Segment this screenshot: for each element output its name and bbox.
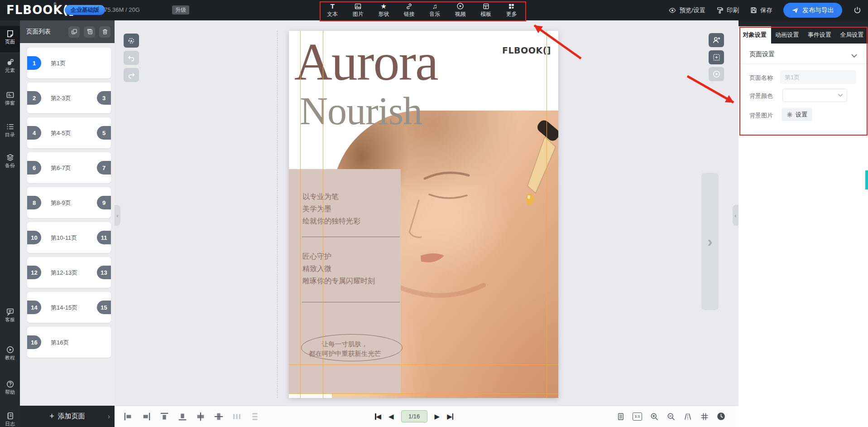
sidebar-item-pages[interactable]: 页面 [0, 29, 20, 51]
guides-toggle-button[interactable] [683, 412, 692, 421]
collapse-page-list-handle[interactable]: ‹ [115, 205, 120, 226]
chevron-right-icon: › [707, 233, 712, 250]
sidebar-item-tutorial[interactable]: 教程 [0, 345, 20, 367]
fit-actual-size-button[interactable]: 1:1 [633, 412, 642, 421]
redo-icon [127, 71, 135, 79]
distribute-vertical-icon[interactable] [250, 412, 260, 422]
toolbar-template[interactable]: 模板 [473, 0, 499, 20]
tab-global-settings[interactable]: 全局设置 [836, 26, 868, 44]
design-page[interactable]: Aurora Nourish FLBOOK(] 以专业为笔 美学为墨 绘就你的独… [289, 31, 558, 398]
collapse-right-panel-handle[interactable]: ‹ [733, 205, 739, 226]
delete-page-button[interactable] [99, 26, 110, 38]
header-divider: | [98, 5, 100, 13]
align-center-horizontal-icon[interactable] [196, 412, 206, 422]
video-play-icon [456, 2, 464, 10]
page-list-item-10-11[interactable]: 10 第10-11页 11 [27, 222, 111, 253]
add-page-button[interactable]: + 添加页面 › [20, 406, 115, 427]
page-list-item-1[interactable]: 1 第1页 [27, 48, 111, 78]
page-list-item-6-7[interactable]: 6 第6-7页 7 [27, 152, 111, 183]
toolbar-text[interactable]: T 文本 [320, 0, 345, 20]
next-page-button[interactable]: ▶ [435, 412, 440, 421]
collaborator-add-button[interactable] [709, 33, 724, 47]
page-number-badge: 2 [27, 91, 41, 105]
page-list-item-14-15[interactable]: 14 第14-15页 15 [27, 292, 111, 323]
sidebar-item-popup[interactable]: 弹窗 [0, 91, 20, 112]
page-list-scroll[interactable]: 1 第1页 2 第2-3页 3 4 第4-5页 5 6 第6-7页 7 8 第8… [20, 43, 115, 406]
tab-animation-settings[interactable]: 动画设置 [771, 26, 804, 44]
copy-page-button[interactable] [84, 26, 95, 38]
history-button[interactable] [716, 412, 726, 421]
copy-icon [86, 29, 93, 35]
align-bottom-icon[interactable] [177, 412, 187, 422]
sidebar-item-backup[interactable]: 备份 [0, 153, 20, 175]
tab-event-settings[interactable]: 事件设置 [803, 26, 836, 44]
align-tools [123, 412, 260, 422]
print-button[interactable]: 印刷 [716, 6, 739, 15]
next-page-flip-zone[interactable]: › [701, 173, 719, 310]
duplicate-page-button[interactable] [68, 26, 80, 38]
sidebar-item-help[interactable]: 帮助 [0, 380, 20, 402]
bg-image-set-button[interactable]: 设置 [782, 108, 812, 121]
upgrade-button[interactable]: 升级 [172, 5, 189, 15]
publish-export-button[interactable]: 发布与导出 [783, 3, 842, 18]
previous-page-button[interactable]: ◀ [388, 412, 394, 421]
page-list-item-16[interactable]: 16 第16页 [27, 327, 111, 358]
align-center-vertical-icon[interactable] [214, 412, 224, 422]
page-list-item-2-3[interactable]: 2 第2-3页 3 [27, 82, 111, 113]
chevron-down-icon[interactable] [851, 53, 858, 58]
toolbar-video[interactable]: 视频 [448, 0, 474, 20]
undo-button[interactable] [124, 51, 139, 65]
first-page-button[interactable]: ◀ [375, 412, 381, 421]
page-navigation: ◀ ◀ 1/16 ▶ ▶ [375, 410, 453, 422]
zoom-out-button[interactable] [666, 412, 676, 421]
align-top-icon[interactable] [159, 412, 169, 422]
page-list-item-4-5[interactable]: 4 第4-5页 5 [27, 117, 111, 148]
person-add-icon [712, 36, 721, 44]
page-list-item-8-9[interactable]: 8 第8-9页 9 [27, 187, 111, 218]
toolbar-image[interactable]: 图片 [345, 0, 371, 20]
thumbnail-view-button[interactable] [616, 412, 625, 421]
flbook-logo[interactable]: FLBOOK(] [6, 3, 74, 17]
design-text-block-2[interactable]: 匠心守护 精致入微 雕琢你的专属闪耀时刻 [302, 250, 375, 287]
guide-line-vertical-3 [547, 31, 547, 398]
zoom-in-button[interactable] [649, 412, 659, 421]
align-right-icon[interactable] [141, 412, 151, 422]
insert-page-button[interactable] [709, 50, 724, 64]
zoom-in-icon [650, 412, 659, 421]
settings-tabs: 对象设置 动画设置 事件设置 全局设置 [739, 20, 868, 44]
save-button[interactable]: 保存 [750, 6, 772, 15]
sidebar-item-support[interactable]: 客服 [0, 307, 20, 329]
design-subtitle[interactable]: Nourish [300, 92, 422, 131]
design-brand-logo[interactable]: FLBOOK(] [502, 45, 551, 55]
bg-image-label: 背景图片 [749, 112, 773, 120]
page-list-item-12-13[interactable]: 12 第12-13页 13 [27, 257, 111, 288]
canvas-workspace[interactable]: Aurora Nourish FLBOOK(] 以专业为笔 美学为墨 绘就你的独… [115, 20, 739, 406]
bg-color-select[interactable] [782, 89, 847, 102]
tab-object-settings[interactable]: 对象设置 [739, 26, 771, 44]
star-icon: ★ [381, 3, 387, 10]
toolbar-music[interactable]: ♫ 音乐 [422, 0, 448, 20]
sidebar-item-log[interactable]: 日志 [0, 412, 20, 427]
sidebar-item-toc[interactable]: 目录 [0, 122, 20, 144]
toolbar-shape[interactable]: ★ 形状 [371, 0, 397, 20]
feedback-edge-marker[interactable] [865, 170, 868, 189]
preview-play-button[interactable] [709, 67, 724, 81]
grid-toggle-button[interactable] [700, 412, 709, 421]
design-text-block-1[interactable]: 以专业为笔 美学为墨 绘就你的独特光彩 [302, 190, 360, 227]
power-icon[interactable] [853, 6, 862, 15]
design-title[interactable]: Aurora [294, 37, 438, 87]
preview-settings-button[interactable]: 预览/设置 [668, 6, 705, 15]
distribute-horizontal-icon[interactable] [232, 412, 242, 422]
page-indicator[interactable]: 1/16 [401, 410, 427, 422]
auto-typeset-button[interactable]: A [124, 34, 139, 48]
insert-toolbar: T 文本 图片 ★ 形状 链接 ♫ 音乐 视频 [320, 0, 524, 20]
redo-button[interactable] [124, 68, 139, 82]
paper-plane-icon [791, 7, 799, 14]
help-question-icon [6, 380, 14, 388]
last-page-button[interactable]: ▶ [447, 412, 453, 421]
toolbar-link[interactable]: 链接 [397, 0, 422, 20]
page-name-input[interactable] [780, 70, 856, 84]
align-left-icon[interactable] [123, 412, 133, 422]
sidebar-item-elements[interactable]: 元素 [0, 58, 20, 80]
toolbar-more[interactable]: 更多 [499, 0, 525, 20]
